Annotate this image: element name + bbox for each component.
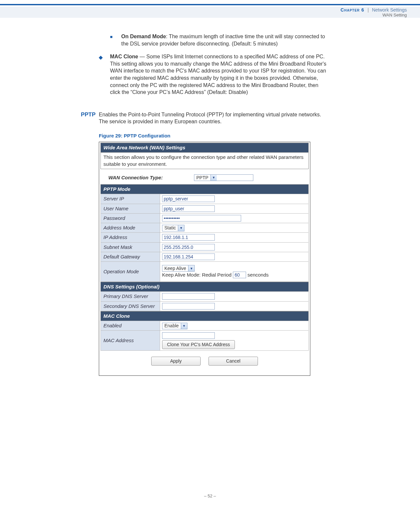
figure-caption: Figure 29: PPTP Configuration <box>99 133 329 139</box>
subnet-mask-input[interactable] <box>162 244 215 251</box>
mac-enabled-select[interactable]: Enable ▼ <box>162 323 187 329</box>
mac-address-input[interactable] <box>162 332 215 339</box>
dns-settings-section-bar: DNS Settings (Optional) <box>100 282 309 291</box>
page-number: – 52 – <box>0 493 420 498</box>
primary-dns-input[interactable] <box>162 293 215 300</box>
on-demand-title: On Demand Mode <box>121 34 166 39</box>
wan-settings-panel: Wide Area Network (WAN) Settings This se… <box>99 142 310 376</box>
header-separator: | <box>366 7 371 13</box>
subnet-mask-label: Subnet Mask <box>101 243 160 252</box>
chevron-down-icon: ▼ <box>210 175 217 181</box>
panel-description: This section allows you to configure the… <box>100 152 309 169</box>
address-mode-select[interactable]: Static ▼ <box>162 225 184 231</box>
password-input[interactable] <box>162 215 241 222</box>
diamond-bullet-icon: ◆ <box>99 53 110 96</box>
password-label: Password <box>101 214 160 223</box>
top-rule <box>0 4 420 5</box>
mac-address-label: MAC Address <box>101 331 160 350</box>
chevron-down-icon: ▼ <box>188 265 194 271</box>
content-body: ■ On Demand Mode: The maximum length of … <box>99 33 329 376</box>
mac-clone-bullet-text: MAC Clone — Some ISPs limit Internet con… <box>110 53 329 96</box>
pptp-mode-section-bar: PPTP Mode <box>100 184 309 194</box>
server-ip-input[interactable] <box>162 195 215 202</box>
operation-mode-select[interactable]: Keep Alive ▼ <box>162 265 195 272</box>
mac-clone-title: MAC Clone <box>110 54 138 59</box>
server-ip-label: Server IP <box>101 194 160 203</box>
pptp-intro: Enables the Point-to-Point Tunneling Pro… <box>99 111 329 125</box>
secondary-dns-label: Secondary DNS Server <box>101 302 160 311</box>
cancel-button[interactable]: Cancel <box>209 357 258 366</box>
ip-address-input[interactable] <box>162 234 215 241</box>
mac-clone-section-bar: MAC Clone <box>100 311 309 321</box>
wan-connection-type-label: WAN Connection Type: <box>108 174 194 181</box>
chapter-label: Chapter 6 <box>341 7 364 13</box>
user-name-label: User Name <box>101 204 160 213</box>
mac-clone-body: — Some ISPs limit Internet connections t… <box>110 54 326 95</box>
clone-mac-button[interactable]: Clone Your PC's MAC Address <box>162 340 235 349</box>
address-mode-value: Static <box>162 225 178 231</box>
pptp-heading: PPTP <box>76 111 99 119</box>
redial-period-input[interactable] <box>233 272 246 278</box>
wan-connection-type-select[interactable]: PPTP ▼ <box>194 174 253 181</box>
default-gateway-input[interactable] <box>162 253 215 260</box>
page-header: Chapter 6 | Network Settings WAN Setting <box>0 7 420 18</box>
mac-enabled-label: Enabled <box>101 321 160 330</box>
apply-button[interactable]: Apply <box>151 357 201 366</box>
address-mode-label: Address Mode <box>101 223 160 232</box>
user-name-input[interactable] <box>162 205 215 212</box>
ip-address-label: IP Address <box>101 233 160 242</box>
default-gateway-label: Default Gateway <box>101 252 160 261</box>
redial-period-prefix: Keep Alive Mode: Redial Period <box>162 272 233 278</box>
subsection-title: WAN Setting <box>0 13 407 17</box>
chevron-down-icon: ▼ <box>178 225 184 231</box>
operation-mode-value: Keep Alive <box>162 265 188 271</box>
square-bullet-icon: ■ <box>110 33 121 47</box>
chevron-down-icon: ▼ <box>181 323 187 329</box>
mac-enabled-value: Enable <box>162 323 181 329</box>
secondary-dns-input[interactable] <box>162 303 215 310</box>
section-title: Network Settings <box>372 7 407 13</box>
primary-dns-label: Primary DNS Server <box>101 292 160 301</box>
panel-title: Wide Area Network (WAN) Settings <box>100 143 309 152</box>
on-demand-bullet-text: On Demand Mode: The maximum length of in… <box>121 33 329 47</box>
redial-period-suffix: senconds <box>246 272 268 278</box>
operation-mode-label: Operation Mode <box>101 262 160 282</box>
wan-connection-type-value: PPTP <box>194 175 210 181</box>
